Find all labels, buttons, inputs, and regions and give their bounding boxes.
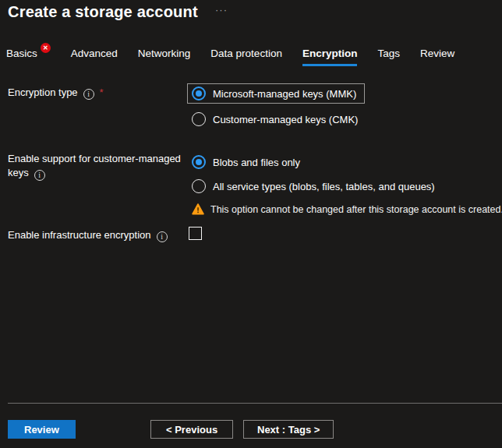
radio-option-all-services[interactable]: All service types (blobs, files, tables,…: [192, 179, 502, 193]
radio-unselected-icon[interactable]: [192, 179, 206, 193]
radio-option-mmk[interactable]: Microsoft-managed keys (MMK): [187, 83, 365, 104]
tab-networking[interactable]: Networking: [138, 48, 191, 66]
cmk-support-radio-group: Blobs and files only All service types (…: [192, 155, 502, 215]
radio-option-cmk-label: Customer-managed keys (CMK): [213, 114, 358, 125]
radio-option-all-services-label: All service types (blobs, files, tables,…: [213, 181, 435, 192]
radio-dot: [196, 159, 202, 165]
warning-message: This option cannot be changed after this…: [192, 203, 502, 215]
tab-data-protection[interactable]: Data protection: [210, 48, 282, 66]
encryption-type-label: Encryption type: [8, 86, 78, 99]
wizard-tabs: Basics ✕ Advanced Networking Data protec…: [6, 48, 454, 66]
tab-review[interactable]: Review: [420, 48, 454, 66]
radio-selected-icon[interactable]: [192, 86, 206, 101]
tab-tags[interactable]: Tags: [377, 48, 400, 66]
tab-basics[interactable]: Basics ✕: [6, 48, 51, 66]
cmk-support-label-row: Enable support for customer-managed keys…: [8, 151, 193, 179]
infrastructure-encryption-checkbox[interactable]: [189, 227, 202, 240]
page-title: Create a storage account: [8, 3, 198, 21]
radio-selected-icon[interactable]: [192, 155, 206, 169]
tab-basics-error-icon: ✕: [41, 43, 51, 53]
previous-button[interactable]: < Previous: [150, 420, 233, 439]
warning-icon: [192, 203, 204, 215]
radio-option-blobs-files[interactable]: Blobs and files only: [192, 155, 502, 169]
tab-basics-label: Basics: [6, 48, 37, 59]
radio-unselected-icon[interactable]: [192, 112, 206, 126]
radio-option-mmk-label: Microsoft-managed keys (MMK): [213, 88, 356, 100]
radio-option-blobs-files-label: Blobs and files only: [213, 157, 300, 168]
tab-advanced[interactable]: Advanced: [71, 48, 118, 66]
required-asterisk: *: [100, 86, 104, 98]
radio-dot: [196, 90, 202, 97]
radio-option-cmk[interactable]: Customer-managed keys (CMK): [192, 112, 365, 126]
tab-encryption[interactable]: Encryption: [302, 48, 358, 66]
info-icon[interactable]: i: [34, 170, 45, 181]
info-icon[interactable]: i: [157, 231, 168, 242]
next-tags-button[interactable]: Next : Tags >: [243, 420, 334, 439]
encryption-type-radio-group: Microsoft-managed keys (MMK) Customer-ma…: [187, 83, 365, 126]
encryption-type-label-row: Encryption type i *: [8, 86, 104, 99]
infrastructure-encryption-label: Enable infrastructure encryption: [8, 228, 151, 242]
footer-divider: [8, 403, 502, 404]
infrastructure-encryption-label-row: Enable infrastructure encryption i: [8, 228, 168, 242]
more-options-icon[interactable]: ···: [215, 4, 228, 16]
warning-text: This option cannot be changed after this…: [210, 204, 502, 215]
info-icon[interactable]: i: [83, 89, 94, 100]
review-button[interactable]: Review: [8, 420, 76, 439]
